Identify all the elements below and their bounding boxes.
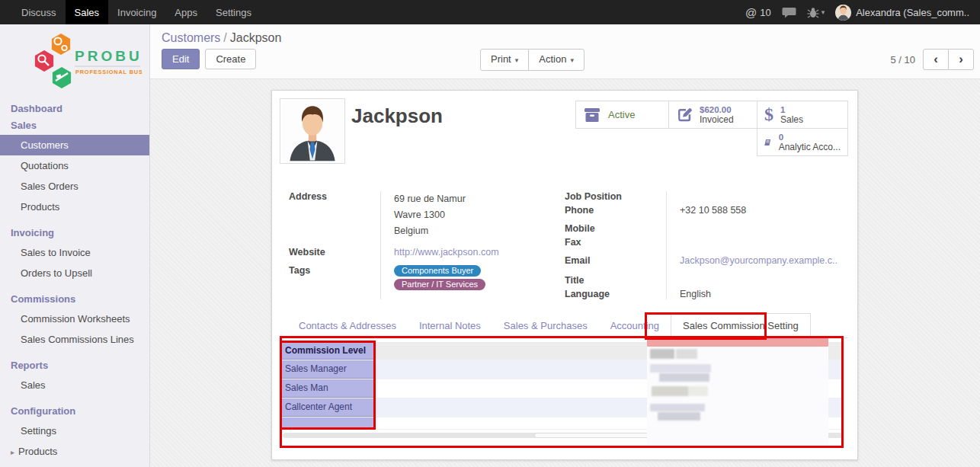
caret-down-icon: ▾ <box>570 56 574 64</box>
tab-internal-notes[interactable]: Internal Notes <box>408 314 492 337</box>
sidebar-item-config-contacts[interactable]: ▸Contacts <box>0 462 149 467</box>
redacted-block <box>688 386 708 396</box>
sidebar-item-sales-orders[interactable]: Sales Orders <box>0 176 149 197</box>
sidebar-nav: Dashboard Sales Customers Quotations Sal… <box>0 99 149 467</box>
commission-level-cell[interactable]: Sales Manager <box>281 360 374 379</box>
top-menu-settings[interactable]: Settings <box>207 0 261 24</box>
breadcrumb-customers-link[interactable]: Customers <box>162 31 220 44</box>
website-link[interactable]: http://www.jackpson.com <box>380 245 565 259</box>
sidebar-item-commission-worksheets[interactable]: Commission Worksheets <box>0 309 149 329</box>
sidebar-item-config-settings[interactable]: Settings <box>0 421 149 441</box>
book-icon <box>764 134 772 151</box>
top-menu-invoicing[interactable]: Invoicing <box>108 0 165 24</box>
action-label: Action <box>539 53 566 65</box>
email-label: Email <box>565 254 666 267</box>
edit-pencil-icon <box>676 107 693 123</box>
analytic-stat-button[interactable]: 0 Analytic Acco... <box>757 128 848 156</box>
caret-down-icon: ▾ <box>515 56 519 64</box>
tag-partner-it-services[interactable]: Partner / IT Services <box>394 279 485 290</box>
sidebar-heading-reports[interactable]: Reports <box>0 356 149 375</box>
sidebar-heading-invoicing[interactable]: Invoicing <box>0 223 149 242</box>
top-menu-sales[interactable]: Sales <box>66 0 109 24</box>
invoiced-stat-button[interactable]: $620.00 Invoiced <box>668 101 757 129</box>
website-label: Website <box>289 245 380 259</box>
tags-list: Components Buyer Partner / IT Services <box>394 265 565 290</box>
pager-previous-button[interactable]: ‹ <box>923 49 949 70</box>
commission-level-header[interactable]: Commission Level <box>281 342 374 360</box>
sidebar: PROBUSE PROFESSIONAL BUSINESS Dashboard … <box>0 24 150 467</box>
tab-accounting[interactable]: Accounting <box>599 314 671 337</box>
tag-components-buyer[interactable]: Components Buyer <box>394 265 481 277</box>
top-menu-apps[interactable]: Apps <box>165 0 207 24</box>
tab-sales-purchases[interactable]: Sales & Purchases <box>492 314 599 337</box>
main-area: Customers/Jackpson Edit Create Print▾ Ac… <box>150 24 980 467</box>
address-value: 69 rue de Namur Wavre 1300 Belgium <box>380 190 565 241</box>
scrollbar-thumb[interactable] <box>534 433 664 438</box>
address-country: Belgium <box>394 223 565 239</box>
print-label: Print <box>491 53 511 65</box>
messages-icon[interactable] <box>782 7 796 18</box>
mentions-count: 10 <box>760 7 770 18</box>
analytic-label: Analytic Acco... <box>779 142 841 152</box>
language-value: English <box>666 287 842 301</box>
logo-tagline: PROFESSIONAL BUSINESS <box>75 69 142 75</box>
redacted-block <box>676 349 697 359</box>
sidebar-item-sales-commissions-lines[interactable]: Sales Commissions Lines <box>0 329 149 350</box>
mentions-counter[interactable]: @ 10 <box>745 6 771 19</box>
breadcrumb-separator: / <box>220 31 229 44</box>
top-menu-discuss[interactable]: Discuss <box>12 0 66 24</box>
probuse-logo: PROBUSE PROFESSIONAL BUSINESS <box>0 24 149 94</box>
commission-level-cell[interactable]: Sales Man <box>281 379 374 398</box>
edit-button[interactable]: Edit <box>162 49 200 69</box>
job-position-value <box>666 190 842 203</box>
sidebar-heading-configuration[interactable]: Configuration <box>0 401 149 421</box>
sidebar-heading-commissions[interactable]: Commissions <box>0 289 149 309</box>
debug-bug-icon[interactable]: ▾ <box>807 7 825 18</box>
record-title: Jackpson <box>351 104 443 128</box>
commission-table: Commission Level Sales Manager Sales Man… <box>281 342 844 456</box>
sidebar-item-config-products[interactable]: ▸Products <box>0 441 149 462</box>
action-dropdown-button[interactable]: Action▾ <box>528 49 584 71</box>
sidebar-item-customers[interactable]: Customers <box>0 135 149 155</box>
expand-chevron-icon[interactable]: ▸ <box>11 448 14 456</box>
create-button[interactable]: Create <box>205 49 256 69</box>
email-link[interactable]: Jackpson@yourcompany.example.c.. <box>666 254 842 267</box>
redacted-column <box>647 336 828 445</box>
pager-next-button[interactable]: › <box>948 49 974 70</box>
sidebar-item-reports-sales[interactable]: Sales <box>0 375 149 395</box>
mobile-value <box>666 222 842 235</box>
print-dropdown-button[interactable]: Print▾ <box>480 49 529 71</box>
logo-text: PROBUSE <box>75 48 142 64</box>
app-window: Discuss Sales Invoicing Apps Settings @ … <box>0 0 980 467</box>
sidebar-item-products[interactable]: Products <box>0 197 149 217</box>
redacted-block <box>652 386 688 396</box>
dollar-icon: $ <box>764 104 773 125</box>
sidebar-heading-dashboard[interactable]: Dashboard <box>0 99 149 118</box>
redacted-block <box>650 404 705 411</box>
top-menu-list: Discuss Sales Invoicing Apps Settings <box>0 0 261 24</box>
sales-count: 1 <box>780 105 803 115</box>
field-separator-line <box>666 191 667 299</box>
job-position-label: Job Position <box>565 190 666 203</box>
user-avatar <box>835 5 851 21</box>
sidebar-item-sales-to-invoice[interactable]: Sales to Invoice <box>0 242 149 263</box>
customer-photo[interactable] <box>280 98 345 164</box>
redacted-block <box>650 349 674 359</box>
stat-buttons: Active $620.00 Invoiced $ 1 Sales <box>576 101 848 156</box>
active-stat-button[interactable]: Active <box>575 101 669 129</box>
invoiced-amount: $620.00 <box>700 105 734 115</box>
user-menu[interactable]: Alexandra (Sales_comm.. <box>835 5 969 21</box>
sidebar-item-quotations[interactable]: Quotations <box>0 155 149 176</box>
fax-value <box>666 235 842 249</box>
top-navbar: Discuss Sales Invoicing Apps Settings @ … <box>0 0 980 24</box>
tab-sales-commission-setting[interactable]: Sales Commission Setting <box>671 313 811 338</box>
commission-level-cell[interactable]: Callcenter Agent <box>281 398 374 417</box>
phone-label: Phone <box>565 203 666 217</box>
redacted-block <box>658 412 700 421</box>
language-label: Language <box>565 287 666 301</box>
sidebar-item-orders-to-upsell[interactable]: Orders to Upsell <box>0 263 149 283</box>
detail-fields: Address 69 rue de Namur Wavre 1300 Belgi… <box>289 190 842 301</box>
sidebar-heading-sales[interactable]: Sales <box>0 118 149 135</box>
sales-stat-button[interactable]: $ 1 Sales <box>757 101 848 129</box>
tab-contacts-addresses[interactable]: Contacts & Addresses <box>287 314 408 337</box>
